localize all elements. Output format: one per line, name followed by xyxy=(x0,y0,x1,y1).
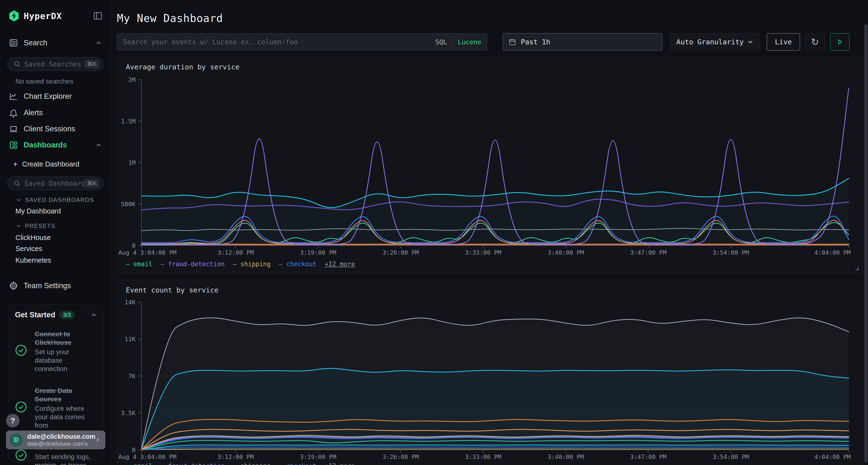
chevron-up-icon[interactable] xyxy=(95,141,102,148)
saved-dashboards-header[interactable]: SAVED DASHBOARDS xyxy=(0,197,111,203)
sidebar-item-label: Alerts xyxy=(24,108,43,117)
event-search-input[interactable] xyxy=(123,38,435,46)
run-query-button[interactable] xyxy=(830,33,849,51)
app-title: HyperDX xyxy=(24,11,62,21)
granularity-select[interactable]: Auto Granularity xyxy=(670,33,760,51)
x-tick-label: 3:19:00 PM xyxy=(300,454,336,460)
avatar: D xyxy=(9,433,23,447)
y-tick-label: 0 xyxy=(132,242,135,249)
sidebar-item-kubernetes[interactable]: Kubernetes xyxy=(0,256,111,264)
saved-dashboards-field[interactable] xyxy=(24,179,84,188)
legend-item[interactable]: — email xyxy=(126,462,152,465)
vertical-scrollbar[interactable] xyxy=(864,24,868,463)
sql-toggle[interactable]: SQL xyxy=(435,38,447,46)
page-title: My New Dashboard xyxy=(117,12,223,24)
saved-dashboards-input[interactable]: ⌘K xyxy=(7,176,104,190)
presets-header[interactable]: PRESETS xyxy=(0,223,111,229)
bell-icon xyxy=(9,108,18,118)
sidebar-item-label: Chart Explorer xyxy=(24,92,72,101)
step-desc: Start sending logs, metrics, or traces xyxy=(35,453,93,465)
x-tick-label: 4:04:00 PM xyxy=(814,249,850,256)
chart-explorer-icon xyxy=(9,92,18,101)
gear-icon xyxy=(9,281,18,291)
legend-item[interactable]: — email xyxy=(126,261,152,268)
time-range-picker[interactable]: Past 1h xyxy=(503,33,662,51)
y-tick-label: 2M xyxy=(128,76,135,84)
x-tick-label: 3:33:00 PM xyxy=(465,249,501,256)
legend-item[interactable]: — shipping xyxy=(233,462,271,465)
sidebar-item-team-settings[interactable]: Team Settings xyxy=(0,279,111,293)
user-menu[interactable]: D dale@clickhouse.com dale@clickhouse.co… xyxy=(6,431,105,449)
chart-legend: — email— fraud-detection— shipping— chec… xyxy=(126,261,355,268)
legend-more-link[interactable]: +12 more xyxy=(325,261,355,268)
check-circle-icon xyxy=(15,344,27,356)
line-chart-avg-duration[interactable]: 2M1.5M1M500K0Aug 4 3:04:00 PM3:12:00 PM3… xyxy=(117,76,863,260)
get-started-step-connect[interactable]: Connect to ClickHouse Set up your databa… xyxy=(8,325,103,375)
y-tick-label: 500K xyxy=(121,201,135,208)
sidebar-item-search[interactable]: Search xyxy=(0,36,111,49)
live-button[interactable]: Live xyxy=(767,33,800,51)
refresh-icon: ↻ xyxy=(811,36,819,47)
chevron-up-icon[interactable] xyxy=(95,39,102,46)
calendar-icon xyxy=(508,38,517,46)
sidebar-item-clickhouse[interactable]: ClickHouse xyxy=(0,234,111,242)
resize-handle-icon[interactable] xyxy=(852,264,859,271)
series-area-other-gray xyxy=(141,318,849,450)
event-search-bar[interactable]: SQL|Lucene xyxy=(117,33,487,51)
help-button[interactable]: ? xyxy=(6,414,20,427)
get-started-progress-badge: 3/3 xyxy=(59,310,75,319)
chart-panel-event-count: Event count by service 14K11K7K3.5K0Aug … xyxy=(117,280,863,465)
create-dashboard-button[interactable]: + Create Dashboard xyxy=(0,160,111,169)
x-tick-label: 3:47:00 PM xyxy=(630,454,666,460)
hyperdx-logo-icon xyxy=(9,10,19,22)
x-tick-label: 3:40:00 PM xyxy=(548,454,584,460)
user-email: dale@clickhouse.com xyxy=(27,433,94,440)
x-tick-label: 3:33:00 PM xyxy=(465,454,501,460)
saved-searches-input[interactable]: ⌘K xyxy=(7,57,104,71)
sidebar-item-dashboards[interactable]: Dashboards xyxy=(0,138,111,152)
x-tick-label: 3:19:00 PM xyxy=(300,249,336,256)
legend-item[interactable]: — checkout xyxy=(279,261,317,268)
time-range-value: Past 1h xyxy=(521,38,550,46)
x-tick-label: Aug 4 3:04:00 PM xyxy=(118,454,177,460)
search-icon xyxy=(13,60,21,68)
legend-item[interactable]: — fraud-detection xyxy=(161,462,225,465)
refresh-button[interactable]: ↻ xyxy=(805,33,825,51)
create-dashboard-label: Create Dashboard xyxy=(22,160,79,168)
chart-title: Event count by service xyxy=(126,286,218,294)
x-tick-label: Aug 4 3:04:00 PM xyxy=(118,249,177,256)
sidebar-item-label: Client Sessions xyxy=(24,125,75,133)
sidebar-item-services[interactable]: Services xyxy=(0,245,111,253)
lucene-toggle[interactable]: Lucene xyxy=(458,38,481,46)
legend-more-link[interactable]: +12 more xyxy=(325,462,355,465)
check-circle-icon xyxy=(15,401,27,413)
plus-icon: + xyxy=(13,160,18,169)
step-desc: Set up your database connection xyxy=(35,348,95,373)
x-tick-label: 3:47:00 PM xyxy=(630,249,666,256)
sidebar-item-client-sessions[interactable]: Client Sessions xyxy=(0,122,111,136)
chevron-down-icon xyxy=(16,223,22,229)
y-tick-label: 0 xyxy=(132,446,135,454)
chevron-up-icon[interactable] xyxy=(90,311,97,319)
search-log-icon xyxy=(9,38,18,48)
get-started-title: Get Started xyxy=(15,310,55,319)
sidebar-item-chart-explorer[interactable]: Chart Explorer xyxy=(0,90,111,103)
legend-item[interactable]: — shipping xyxy=(233,261,271,268)
legend-item[interactable]: — fraud-detection xyxy=(161,261,225,268)
line-chart-event-count[interactable]: 14K11K7K3.5K0Aug 4 3:04:00 PM3:12:00 PM3… xyxy=(117,299,863,465)
sidebar-item-label: Dashboards xyxy=(24,141,67,150)
sidebar-item-my-dashboard[interactable]: My Dashboard xyxy=(0,207,111,215)
chart-title: Average duration by service xyxy=(126,63,240,71)
legend-item[interactable]: — checkout xyxy=(279,462,317,465)
sidebar-item-alerts[interactable]: Alerts xyxy=(0,106,111,120)
saved-searches-field[interactable] xyxy=(24,60,84,68)
y-tick-label: 1.5M xyxy=(121,118,135,125)
x-tick-label: 3:26:00 PM xyxy=(383,454,419,460)
step-title: Connect to ClickHouse xyxy=(35,330,90,347)
step-desc: Configure where your data comes from xyxy=(35,404,95,430)
y-tick-label: 3.5K xyxy=(121,409,135,417)
play-icon xyxy=(836,38,843,45)
collapse-sidebar-icon[interactable] xyxy=(93,10,103,21)
get-started-step-sources[interactable]: Create Data Sources Configure where your… xyxy=(8,381,103,432)
chart-panel-avg-duration: Average duration by service 2M1.5M1M500K… xyxy=(117,57,863,274)
